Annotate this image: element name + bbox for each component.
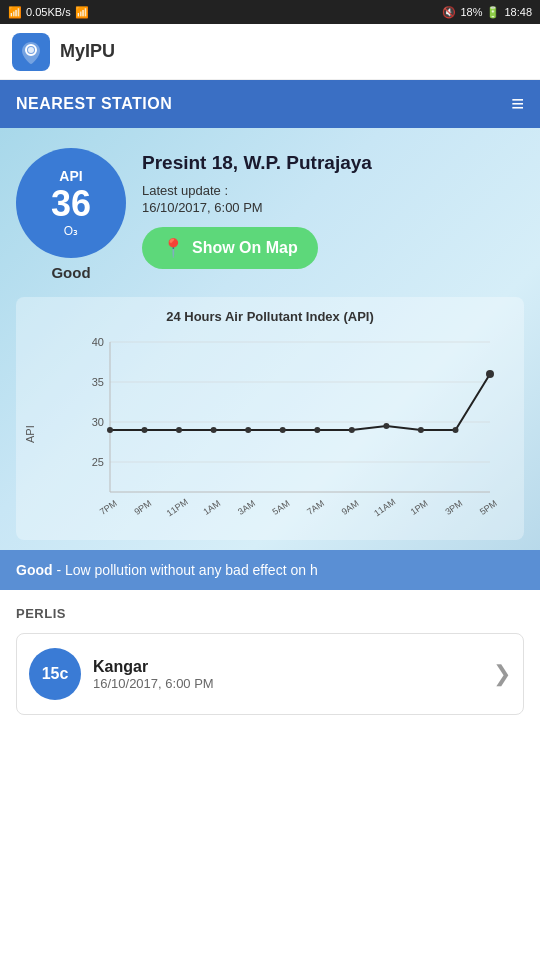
menu-button[interactable]: ≡ [511,91,524,117]
svg-point-13 [142,427,148,433]
nearby-station-card[interactable]: 15c Kangar 16/10/2017, 6:00 PM ❯ [16,633,524,715]
show-map-label: Show On Map [192,239,298,257]
svg-point-18 [314,427,320,433]
station-details: Presint 18, W.P. Putrajaya Latest update… [142,148,524,269]
station-card-time: 16/10/2017, 6:00 PM [93,676,481,691]
svg-point-14 [176,427,182,433]
main-content: API 36 O₃ Good Presint 18, W.P. Putrajay… [0,128,540,550]
api-label: API [59,168,82,184]
svg-point-17 [280,427,286,433]
svg-text:11PM: 11PM [165,497,190,519]
svg-text:11AM: 11AM [372,497,397,519]
api-value: 36 [51,184,91,224]
station-name: Presint 18, W.P. Putrajaya [142,152,524,175]
api-unit: O₃ [64,224,78,238]
good-banner: Good - Low pollution without any bad eff… [0,550,540,590]
svg-text:3AM: 3AM [236,498,257,517]
update-datetime: 16/10/2017, 6:00 PM [142,200,524,215]
svg-point-16 [245,427,251,433]
chart-title: 24 Hours Air Pollutant Index (API) [24,309,516,324]
station-card-name: Kangar [93,658,481,676]
latest-update-label: Latest update : [142,183,524,198]
station-api-value: 15c [42,665,69,683]
svg-text:9PM: 9PM [132,498,153,517]
page-title: NEAREST STATION [16,95,172,113]
header-bar: NEAREST STATION ≡ [0,80,540,128]
svg-text:1AM: 1AM [201,498,222,517]
clock: 18:48 [504,6,532,18]
chevron-right-icon: ❯ [493,661,511,687]
svg-point-15 [211,427,217,433]
svg-point-23 [486,370,494,378]
status-right: 🔇 18% 🔋 18:48 [442,6,532,19]
battery-text: 18% [460,6,482,18]
chart-wrapper: API 40 35 30 25 [24,332,516,536]
svg-text:3PM: 3PM [443,498,464,517]
battery-icon: 🔋 [486,6,500,19]
status-left: 📶 0.05KB/s 📶 [8,6,89,19]
svg-text:7AM: 7AM [305,498,326,517]
good-word: Good [16,562,53,578]
app-title: MyIPU [60,41,115,62]
chart-section: 24 Hours Air Pollutant Index (API) API 4… [16,297,524,540]
svg-text:25: 25 [92,456,104,468]
svg-text:35: 35 [92,376,104,388]
svg-text:30: 30 [92,416,104,428]
station-badge: 15c [29,648,81,700]
svg-point-1 [28,47,34,53]
svg-text:5PM: 5PM [478,498,499,517]
svg-text:7PM: 7PM [98,498,119,517]
chart-area: 40 35 30 25 [44,332,516,536]
data-speed: 0.05KB/s [26,6,71,18]
banner-description: - Low pollution without any bad effect o… [53,562,318,578]
station-card-info: Kangar 16/10/2017, 6:00 PM [93,658,481,691]
station-info: API 36 O₃ Good Presint 18, W.P. Putrajay… [16,148,524,281]
top-nav: MyIPU [0,24,540,80]
svg-point-12 [107,427,113,433]
svg-point-22 [453,427,459,433]
svg-text:9AM: 9AM [340,498,361,517]
chart-y-axis-label: API [24,332,40,536]
bottom-section: PERLIS 15c Kangar 16/10/2017, 6:00 PM ❯ [0,590,540,731]
show-on-map-button[interactable]: 📍 Show On Map [142,227,318,269]
svg-point-21 [418,427,424,433]
status-bar: 📶 0.05KB/s 📶 🔇 18% 🔋 18:48 [0,0,540,24]
map-pin-icon: 📍 [162,237,184,259]
api-circle: API 36 O₃ [16,148,126,258]
signal-icon: 📶 [8,6,22,19]
app-icon [12,33,50,71]
sim-icon: 📶 [75,6,89,19]
svg-text:5AM: 5AM [271,498,292,517]
svg-text:40: 40 [92,336,104,348]
mute-icon: 🔇 [442,6,456,19]
svg-point-20 [383,423,389,429]
chart-svg: 40 35 30 25 [44,332,516,532]
svg-text:1PM: 1PM [409,498,430,517]
region-label: PERLIS [16,606,524,621]
status-label: Good [16,264,126,281]
svg-point-19 [349,427,355,433]
app-logo-icon [19,40,43,64]
